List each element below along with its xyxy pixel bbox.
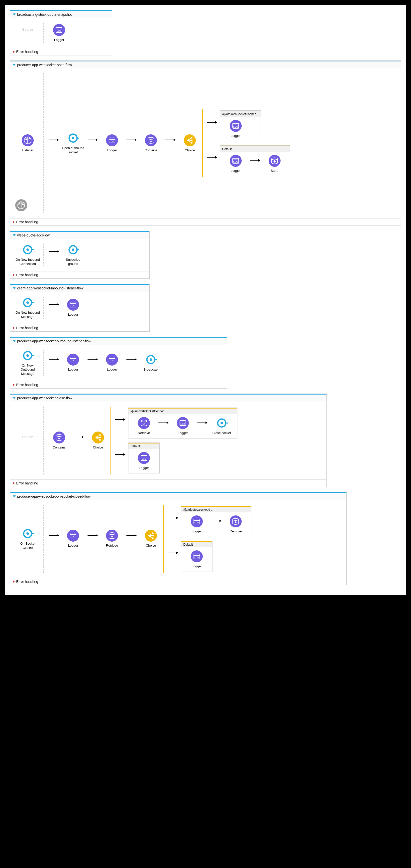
arrow-icon [48, 140, 59, 140]
node-label: Close socket [212, 431, 231, 435]
node-label: Broadcast [144, 368, 158, 372]
choice-container: #[attributes.socketId ... LoggerRemove D… [163, 505, 252, 573]
arrow-icon [88, 535, 98, 536]
flow-node[interactable]: On New Outbound Message [15, 350, 40, 376]
error-handling-bar[interactable]: Error handling [10, 381, 227, 388]
flow-node[interactable]: Logger [184, 550, 209, 568]
arrow-icon [88, 140, 98, 140]
flow-header[interactable]: producer-app-websocket-open-flow [10, 61, 401, 68]
error-handling-bar[interactable]: Error handling [10, 324, 149, 331]
flow-node[interactable]: Logger [61, 299, 85, 317]
flow-node[interactable]: Choice [85, 432, 110, 450]
error-handling-bar[interactable]: Error handling [10, 578, 346, 585]
expand-icon[interactable] [13, 580, 15, 583]
flow-node[interactable]: On Socket Closed [15, 528, 40, 550]
arrow-icon [127, 140, 136, 140]
branch-header: Default [129, 443, 159, 449]
error-label: Error handling [16, 481, 38, 485]
flow-node[interactable]: Logger [131, 452, 157, 470]
collapse-icon[interactable] [13, 495, 16, 497]
flow-title: producer-app-websocket-open-flow [17, 63, 72, 67]
flow-header[interactable]: producer-app-websocket-on-socket-closed-… [10, 492, 346, 500]
branch-header: #[attributes.socketId ... [181, 506, 251, 513]
flow-node[interactable]: Store [262, 155, 287, 173]
error-handling-bar[interactable]: Error handling [10, 218, 401, 225]
collapse-icon[interactable] [13, 13, 16, 16]
flow-node[interactable]: Logger [223, 155, 248, 173]
node-label: On New Inbound Connection [15, 258, 40, 266]
arrow-icon [207, 122, 217, 123]
node-label: Retrieve [138, 431, 150, 435]
collapse-icon[interactable] [13, 287, 16, 289]
choice-branch: Default Logger [128, 442, 160, 473]
arrow-icon [115, 454, 125, 455]
flow-node[interactable]: Logger [100, 353, 125, 372]
flow-node[interactable]: Logger [100, 134, 125, 153]
expand-icon[interactable] [13, 273, 15, 276]
flow-header[interactable]: broadcasting-stock-quote-snapshot [10, 10, 112, 18]
expand-icon[interactable] [13, 383, 15, 386]
flow-header[interactable]: producer-app-websocket-close-flow [10, 394, 327, 402]
node-label: Logger [231, 134, 241, 138]
collapse-icon[interactable] [13, 397, 16, 399]
expand-icon[interactable] [13, 50, 15, 53]
return-node[interactable] [15, 199, 27, 213]
db-icon [53, 432, 65, 443]
flow-node[interactable]: Logger [170, 417, 195, 435]
flow-node[interactable]: Open outbound socket [61, 132, 85, 155]
node-label: Logger [192, 564, 202, 568]
expand-icon[interactable] [13, 327, 15, 329]
flow-node[interactable]: Logger [47, 24, 72, 42]
error-handling-bar[interactable]: Error handling [10, 479, 327, 487]
flow-node[interactable]: Contains [47, 432, 72, 450]
flow-node[interactable]: Choice [177, 134, 202, 153]
socket-icon [22, 297, 34, 309]
flow-node[interactable]: Contains [138, 134, 163, 153]
flow-node[interactable]: Logger [223, 120, 248, 138]
flow-panel: producer-app-websocket-open-flow Listene… [10, 60, 401, 226]
arrow-icon [207, 157, 217, 158]
flow-header[interactable]: producer-app-websocket-outbound-listener… [10, 337, 227, 345]
logger-icon [67, 299, 79, 311]
flow-node[interactable]: Logger [184, 516, 209, 534]
collapse-icon[interactable] [13, 340, 16, 342]
arrow-icon [211, 521, 221, 521]
collapse-icon[interactable] [13, 234, 16, 236]
flow-node[interactable]: Retrieve [131, 417, 157, 435]
flow-node[interactable]: Logger [61, 530, 85, 548]
source-placeholder: Source [15, 28, 40, 31]
logger-icon [53, 24, 65, 36]
node-label: Logger [68, 368, 78, 372]
branch-header: Default [181, 541, 212, 547]
node-label: Logger [54, 38, 64, 42]
expand-icon[interactable] [13, 482, 15, 485]
error-label: Error handling [16, 580, 38, 584]
arrow-icon [165, 140, 175, 140]
arrow-icon [48, 251, 59, 252]
socket-icon [67, 132, 79, 144]
collapse-icon[interactable] [13, 64, 16, 66]
flow-node[interactable]: Retrieve [100, 530, 125, 548]
error-handling-bar[interactable]: Error handling [10, 48, 112, 55]
flow-node[interactable]: Close socket [209, 417, 234, 435]
flow-node[interactable]: Listener [15, 134, 40, 153]
choice-container: #[vars.webSocketConnec... RetrieveLogger… [110, 406, 238, 474]
flow-header[interactable]: webs-quote-aggFlow [10, 231, 149, 239]
flow-header[interactable]: client-app-websocket-inbound-listener-fl… [10, 284, 149, 292]
flow-panel: webs-quote-aggFlow On New Inbound Connec… [10, 231, 150, 279]
flow-node[interactable]: On New Inbound Message [15, 297, 40, 319]
error-handling-bar[interactable]: Error handling [10, 271, 149, 278]
node-label: Choice [185, 148, 195, 153]
choice-icon [184, 134, 196, 146]
socket-icon [22, 528, 34, 539]
flow-node[interactable]: Subscribe groups [61, 244, 85, 266]
flow-node[interactable]: Broadcast [138, 353, 163, 372]
node-label: Choice [146, 544, 156, 548]
flow-node[interactable]: On New Inbound Connection [15, 244, 40, 266]
expand-icon[interactable] [13, 220, 15, 223]
flow-node[interactable]: Logger [61, 353, 85, 372]
flow-node[interactable]: Remove [223, 516, 248, 534]
choice-container: #[vars.webSocketConnec... Logger Default… [202, 110, 291, 177]
flow-node[interactable]: Choice [138, 530, 163, 548]
node-label: Logger [178, 431, 188, 435]
